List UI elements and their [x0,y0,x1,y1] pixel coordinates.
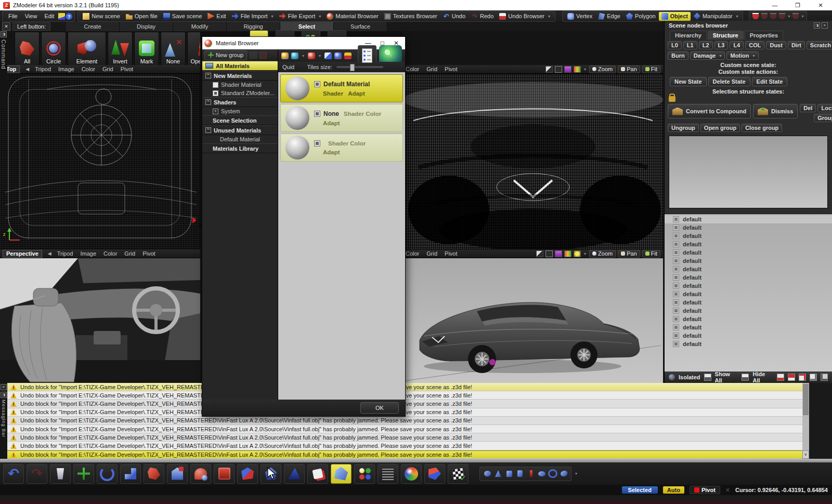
scene-node-row[interactable]: default [665,307,832,315]
group-button[interactable]: Group [814,114,832,122]
pr-sphere-icon[interactable] [483,470,492,478]
viewport-shaded[interactable]: ColorGridPivot ▾ Zoom Pan Fit [403,249,663,383]
node-checkbox-icon[interactable] [673,283,679,289]
uv-red-blue-icon[interactable] [424,464,445,484]
hide-selected-icon[interactable] [788,374,795,381]
tree-item-icon[interactable] [205,118,210,123]
minimize-button[interactable]: — [763,0,786,10]
state-action-button[interactable]: New State [670,77,707,86]
scene-nodes-tab[interactable]: Hierarchy [670,31,707,39]
tool-tab[interactable]: Display [120,22,173,31]
auto-badge[interactable]: Auto [663,486,684,494]
viewport-perspective-content[interactable] [0,258,200,383]
hide-all-label[interactable]: Hide All [752,371,773,383]
state-button[interactable]: COL [745,41,764,49]
select-mode-icon[interactable] [536,250,543,257]
spheres-icon[interactable] [354,464,375,484]
fit-button[interactable]: Fit [642,250,660,258]
node-checkbox-icon[interactable] [673,258,679,264]
isolated-label[interactable]: Isolated [679,374,700,380]
copy-material-icon[interactable] [291,52,298,59]
paint-select-icon[interactable] [564,66,571,73]
lasso-icon[interactable] [555,66,562,73]
message-row[interactable]: Undo block for "Import E:\TIZX-Game Deve… [7,450,802,459]
structure-states-list[interactable] [669,136,828,208]
scene-node-row[interactable]: default [665,315,832,323]
unlock-icon[interactable] [669,96,675,102]
viewport-shaded-content[interactable] [403,258,663,383]
maximize-button[interactable]: ❐ [786,0,809,10]
state-action-button[interactable]: Delete State [708,77,750,86]
dropdown-icon[interactable]: ▾ [301,54,305,58]
tree-item-icon[interactable] [213,137,217,142]
edit-tool-icon[interactable] [261,464,281,484]
scene-node-row[interactable]: default [665,223,832,232]
viewport-menu-item[interactable]: Grid [426,250,437,257]
viewport-top-content[interactable]: z [0,74,200,249]
ok-button[interactable]: OK [360,402,399,414]
mode-button[interactable]: Vertex [565,12,595,21]
toolbar-button[interactable]: Exit [205,12,228,21]
material-tile[interactable]: Default Material Shader Adapt [280,74,403,102]
tiles-size-slider[interactable] [336,66,383,68]
viewport-label[interactable]: Perspective [3,250,42,258]
dropdown-icon[interactable]: ▾ [583,251,587,256]
gradient-icon[interactable] [574,66,581,73]
viewport-front-content[interactable] [403,74,663,249]
viewport-menu-item[interactable]: Color [406,250,419,257]
tree-item-icon[interactable] [213,109,218,114]
snap-dropdown-icon[interactable]: ▾ [787,14,791,19]
snap-dropdown-icon[interactable]: ▾ [800,14,804,19]
pr-pin-icon[interactable] [526,470,536,478]
toolbar-button[interactable]: Save scene [161,12,204,21]
pin-icon[interactable]: ◨ [814,22,820,29]
gradient-icon[interactable] [564,250,571,257]
delete-group-icon[interactable] [259,52,267,59]
invert-visibility-icon[interactable] [799,374,806,381]
toolbar-button[interactable]: File Export [277,12,324,21]
material-tree-item[interactable]: Scene Selection [202,115,278,125]
material-tree-item[interactable]: Shaders [202,97,278,107]
scene-node-row[interactable]: default [665,265,832,273]
state-button[interactable]: L2 [699,41,713,49]
viewport-menu-item[interactable]: Pivot [142,250,155,257]
node-checkbox-icon[interactable] [673,241,679,247]
tool-tab[interactable]: Create [66,22,120,31]
scale-icon[interactable] [120,464,141,484]
pr-cyl-icon[interactable] [515,470,525,478]
viewport-top[interactable]: Top ◀ TripodImageColorGridPivot [0,65,200,249]
checker-finish-icon[interactable] [448,464,469,484]
state-button[interactable]: Dust [766,41,786,49]
dice-icon[interactable] [307,464,328,484]
mesh-blue-red-icon[interactable] [237,464,258,484]
node-checkbox-icon[interactable] [673,308,679,314]
flatten-blue-icon[interactable] [284,464,305,484]
scene-node-row[interactable]: default [665,215,832,223]
node-checkbox-icon[interactable] [673,233,679,239]
pivot-indicator[interactable]: Pivot [690,486,720,494]
toolbar-button[interactable]: Redo [469,12,496,21]
tool-tab[interactable]: Modify [173,22,227,31]
help-icon[interactable] [66,13,72,20]
mode-button[interactable]: Edge [595,12,623,21]
material-tree-item[interactable]: Materials Library [202,143,278,153]
mesh-red-icon[interactable] [144,464,164,484]
node-checkbox-icon[interactable] [673,266,679,272]
dropdown-icon[interactable]: ▾ [583,67,587,72]
node-checkbox-icon[interactable] [673,249,679,256]
isolated-icon[interactable] [669,374,675,380]
material-tree-item[interactable]: Unused Materials [202,125,278,135]
material-tree-item[interactable]: Standard ZModeler... [202,89,278,97]
tree-item-icon[interactable] [205,99,211,105]
close-button[interactable]: ✕ [809,0,832,10]
move-icon[interactable] [73,464,94,484]
node-checkbox-icon[interactable] [673,291,679,297]
show-all-icon[interactable] [704,374,711,381]
show-selected-icon[interactable] [777,374,784,381]
scene-node-row[interactable]: default [665,340,832,348]
hotkeys-icon[interactable] [58,13,65,20]
message-row[interactable]: Undo block for "Import E:\TIZX-Game Deve… [7,425,802,433]
tree-item-icon[interactable] [205,63,213,69]
group-folder-icon[interactable] [250,52,257,59]
state-button[interactable]: L4 [730,41,744,49]
